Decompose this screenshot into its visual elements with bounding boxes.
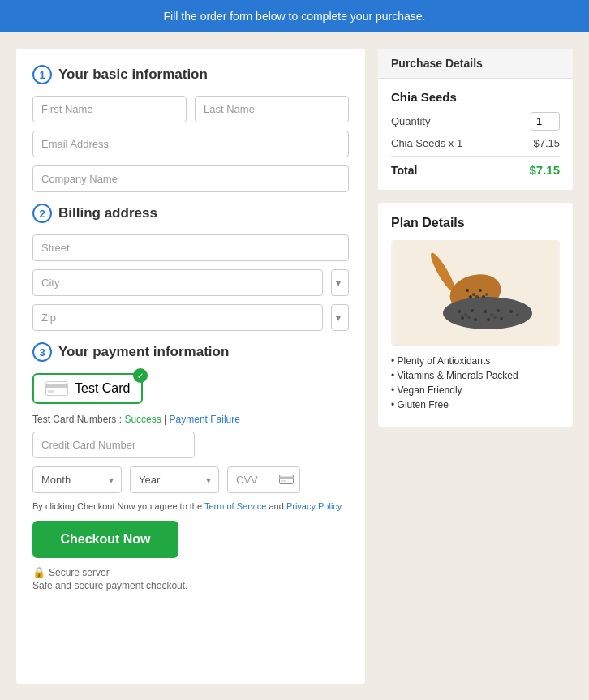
secure-label-line: 🔒 Secure server xyxy=(32,566,349,578)
svg-point-21 xyxy=(467,316,471,319)
credit-card-input[interactable] xyxy=(32,432,195,458)
svg-point-24 xyxy=(487,318,490,321)
svg-rect-3 xyxy=(280,475,294,483)
section2-header: 2 Billing address xyxy=(32,204,349,223)
terms-link[interactable]: Term of Service xyxy=(204,501,266,511)
state-wrapper: - AL CA NY xyxy=(331,304,349,331)
email-input[interactable] xyxy=(32,131,349,157)
svg-point-26 xyxy=(500,317,503,320)
purchase-details-box: Purchase Details Chia Seeds Quantity Chi… xyxy=(378,49,573,190)
svg-rect-5 xyxy=(281,480,286,482)
secure-desc: Safe and secure payment checkout. xyxy=(32,580,187,591)
total-label: Total xyxy=(391,164,417,177)
terms-prefix: By clicking Checkout Now you agree to th… xyxy=(32,501,202,511)
top-banner: Fill the order form below to complete yo… xyxy=(0,0,589,32)
lock-icon: 🔒 xyxy=(32,566,45,578)
purchase-details-header: Purchase Details xyxy=(378,49,573,79)
company-input[interactable] xyxy=(32,165,349,192)
svg-point-12 xyxy=(471,309,474,312)
bullet-3: Vegan Friendly xyxy=(391,384,560,396)
svg-point-27 xyxy=(506,316,509,320)
order-form: 1 Your basic information 2 Billing addre… xyxy=(16,49,365,684)
svg-point-25 xyxy=(493,316,497,319)
country-select[interactable]: Country United States United Kingdom Can… xyxy=(331,269,349,296)
chia-svg xyxy=(391,240,560,346)
section1-number: 1 xyxy=(32,65,52,84)
terms-and: and xyxy=(269,501,283,511)
privacy-link[interactable]: Privacy Policy xyxy=(286,501,342,511)
right-panel: Purchase Details Chia Seeds Quantity Chi… xyxy=(378,49,573,684)
section2-title: Billing address xyxy=(58,205,157,221)
cc-number-row xyxy=(32,432,349,458)
page-wrapper: Fill the order form below to complete yo… xyxy=(0,0,589,700)
terms-text: By clicking Checkout Now you agree to th… xyxy=(32,501,349,511)
svg-point-18 xyxy=(509,310,513,313)
bullet-4: Gluten Free xyxy=(391,399,560,410)
svg-rect-0 xyxy=(46,382,68,396)
test-card-button[interactable]: Test Card ✓ xyxy=(32,373,143,404)
last-name-input[interactable] xyxy=(195,96,349,122)
banner-text: Fill the order form below to complete yo… xyxy=(164,10,426,23)
section3-title: Your payment information xyxy=(58,344,229,360)
section1-title: Your basic information xyxy=(58,67,208,83)
section2-number: 2 xyxy=(32,204,52,223)
svg-point-11 xyxy=(464,313,467,316)
plan-bullets: Plenty of Antioxidants Vitamins & Minera… xyxy=(391,355,560,410)
svg-point-28 xyxy=(466,289,469,292)
company-row xyxy=(32,165,349,192)
svg-point-33 xyxy=(475,295,479,298)
failure-link[interactable]: Payment Failure xyxy=(170,414,240,425)
city-country-row: Country United States United Kingdom Can… xyxy=(32,269,349,296)
svg-point-15 xyxy=(490,313,493,316)
street-row xyxy=(32,234,349,261)
street-input[interactable] xyxy=(32,234,349,261)
first-name-input[interactable] xyxy=(32,96,187,122)
test-card-info: Test Card Numbers : Success | Payment Fa… xyxy=(32,414,349,425)
state-select[interactable]: - AL CA NY xyxy=(331,304,349,331)
svg-rect-1 xyxy=(45,384,68,388)
plan-details-title: Plan Details xyxy=(391,216,560,230)
svg-point-32 xyxy=(469,295,472,298)
name-row xyxy=(32,96,349,122)
quantity-label: Quantity xyxy=(391,115,430,127)
expiry-cvv-row: Month 010203 040506 070809 101112 Year 2… xyxy=(32,466,349,493)
line-item-row: Chia Seeds x 1 $7.15 xyxy=(391,137,560,149)
svg-point-34 xyxy=(482,295,485,298)
svg-point-23 xyxy=(480,316,484,320)
product-name: Chia Seeds xyxy=(391,90,560,104)
svg-point-31 xyxy=(485,293,488,296)
test-card-label: Test Card Numbers : xyxy=(32,414,122,425)
line-item-price: $7.15 xyxy=(533,137,560,149)
total-row: Total $7.15 xyxy=(391,156,560,177)
year-select[interactable]: Year 202420252026 20272028 xyxy=(130,466,219,493)
success-link[interactable]: Success xyxy=(124,414,161,425)
svg-point-20 xyxy=(461,316,464,320)
secure-info: 🔒 Secure server Safe and secure payment … xyxy=(32,566,349,591)
plan-details-box: Plan Details xyxy=(378,203,573,427)
email-row xyxy=(32,131,349,157)
secure-label: Secure server xyxy=(49,567,110,578)
cvv-card-icon xyxy=(279,474,294,487)
line-item-label: Chia Seeds x 1 xyxy=(391,137,462,149)
card-icon xyxy=(45,381,68,396)
month-wrapper: Month 010203 040506 070809 101112 xyxy=(32,466,122,493)
svg-point-14 xyxy=(484,310,487,313)
quantity-input[interactable] xyxy=(531,112,560,131)
city-input[interactable] xyxy=(32,269,323,296)
section1-header: 1 Your basic information xyxy=(32,65,349,84)
svg-point-19 xyxy=(516,313,519,316)
main-content: 1 Your basic information 2 Billing addre… xyxy=(0,32,589,700)
month-select[interactable]: Month 010203 040506 070809 101112 xyxy=(32,466,122,493)
svg-point-30 xyxy=(479,289,482,292)
svg-point-29 xyxy=(472,293,475,296)
svg-point-17 xyxy=(503,312,506,316)
svg-point-10 xyxy=(458,310,461,313)
cvv-wrapper xyxy=(227,466,300,493)
zip-input[interactable] xyxy=(32,304,323,331)
section3-header: 3 Your payment information xyxy=(32,342,349,362)
separator: | xyxy=(164,414,166,425)
card-check-badge: ✓ xyxy=(133,368,148,383)
svg-point-16 xyxy=(497,309,500,312)
checkout-button[interactable]: Checkout Now xyxy=(32,521,178,558)
year-wrapper: Year 202420252026 20272028 xyxy=(130,466,219,493)
